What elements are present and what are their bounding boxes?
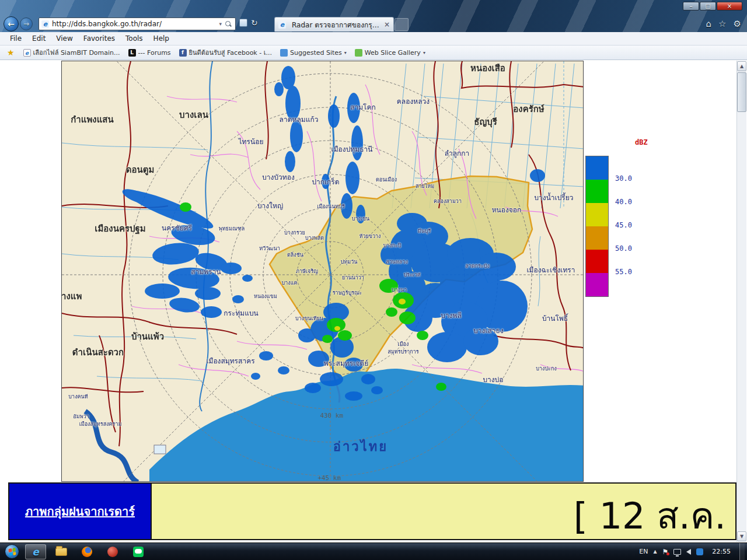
taskbar-firefox-button[interactable] [76,544,97,559]
add-favorite-star-icon[interactable]: ★ [4,48,18,57]
map-label: ยานนาวา [342,274,364,282]
favorite-web-slice-gallery[interactable]: Web Slice Gallery▾ [351,48,430,58]
map-label: สามพราน [191,266,221,277]
messenger-icon[interactable] [696,548,703,555]
map-label: บางพลี [441,310,461,321]
map-label: ลำลูกกา [445,148,470,159]
map-label: บางกรวย [284,229,305,237]
map-label: บางแพ [61,289,82,303]
legend-color-block [586,203,608,226]
taskbar-explorer-button[interactable] [51,544,72,559]
map-label: หนองแขม [254,292,277,300]
menu-favorites[interactable]: Favorites [78,34,120,43]
map-label: คลองหลวง [397,96,430,107]
show-desktop-button[interactable] [739,543,745,560]
tab-close-icon[interactable]: × [384,20,390,29]
clock[interactable]: 22:55 [708,548,734,555]
maximize-button[interactable]: □ [700,2,716,10]
tray-expand-icon[interactable]: ▲ [653,549,657,554]
map-label: หนองจอก [492,204,522,215]
taskbar-media-button[interactable] [102,544,123,559]
refresh-icon[interactable]: ↻ [251,18,258,27]
favorite-label: Web Slice Gallery [365,49,421,57]
banner-title: ภาพกลุ่มฝนจากเรดาร์ [25,502,135,521]
favorites-bar: ★ eเลือกไฟล์ SiamBIT Domain...L--- Forum… [0,46,747,60]
map-label: ลาดหลุมแก้ว [280,114,319,125]
legend-color-block [586,273,608,296]
firefox-icon [82,547,92,557]
suggested-icon [280,49,288,57]
page-favicon-icon: e [41,20,49,28]
map-label: ห้วยขวาง [359,232,381,240]
favorites-items: eเลือกไฟล์ SiamBIT Domain...L--- Forumsf… [19,46,430,59]
desktop-screen: – □ × ← → e ▾ ↻ e Radar ตรวจอากาศของกรุง… [0,0,747,560]
chevron-down-icon: ▾ [344,50,347,55]
map-label: พุทธมณฑล [219,225,245,233]
favorite-siambit-domain[interactable]: eเลือกไฟล์ SiamBIT Domain... [19,46,124,59]
map-label: บางนา [392,286,407,294]
map-label: บางพลัด [305,234,324,242]
banner-title-box: ภาพกลุ่มฝนจากเรดาร์ [9,484,152,539]
search-icon[interactable] [225,20,232,27]
map-label: เมืองสมุทรสาคร [206,355,254,366]
favorite-label: Suggested Sites [290,49,342,57]
banner-date: [ 12 ส.ค. [574,487,726,542]
map-label: เมืองสมุทรสงคราม [79,420,122,428]
taskbar-line-button[interactable] [128,544,149,559]
legend-title: dBZ [635,138,648,146]
menu-file[interactable]: File [5,34,27,43]
network-icon[interactable] [673,549,681,555]
media-app-icon [107,547,118,557]
favorite-label: --- Forums [138,49,171,57]
legend-color-block [586,226,608,250]
map-label: บ้านแพ้ว [131,330,164,344]
map-label: 430 km [320,412,343,419]
map-label: บางเลน [179,108,208,122]
map-label: ไทรน้อย [239,136,264,147]
back-button[interactable]: ← [4,16,19,32]
favorite-facebook[interactable]: fยินดีต้อนรับสู่ Facebook - เ... [175,46,276,59]
address-dropdown-icon[interactable]: ▾ [217,21,224,27]
tools-gear-icon[interactable]: ⚙ [734,18,741,30]
browser-tab[interactable]: e Radar ตรวจอากาศของกรุงเทพ... × [274,17,394,32]
favorites-icon[interactable]: ☆ [718,18,726,30]
action-center-flag-icon[interactable]: ⚑ [662,548,669,556]
dbz-legend: dBZ 30.040.045.050.055.0 [584,135,659,310]
favorite-suggested-sites[interactable]: Suggested Sites▾ [276,48,351,58]
menu-view[interactable]: View [51,34,78,43]
volume-icon[interactable] [686,549,691,555]
compatibility-view-icon[interactable] [239,19,247,27]
map-label: สวนหลวง [386,258,408,266]
browser-titlebar: – □ × ← → e ▾ ↻ e Radar ตรวจอากาศของกรุง… [0,0,747,32]
start-button[interactable] [5,544,19,559]
menu-help[interactable]: Help [148,34,174,43]
close-button[interactable]: × [717,2,742,10]
taskbar-ie-button[interactable]: e [25,544,46,559]
vertical-scrollbar[interactable]: ▲ ▼ [736,61,746,542]
map-label: บางบ่อ [483,374,503,385]
minimize-button[interactable]: – [683,2,699,10]
language-indicator[interactable]: EN [639,548,648,555]
map-labels: หนองเสือสามโคกคลองหลวงองครักษ์กำแพงแสนบา… [62,61,584,482]
scroll-down-icon[interactable]: ▼ [737,531,746,541]
map-label: สายไหม [416,182,434,190]
map-label: บางกะปิ [383,242,401,250]
address-bar[interactable]: e ▾ [39,18,236,30]
scroll-up-icon[interactable]: ▲ [737,61,746,71]
map-label: อ่าวไทย [333,436,388,457]
forward-button[interactable]: → [20,18,33,30]
new-tab-button[interactable] [395,18,409,31]
url-input[interactable] [52,20,217,28]
map-label: บางแค [282,279,298,287]
legend-tick-label: 40.0 [615,198,632,206]
home-icon[interactable]: ⌂ [706,18,712,30]
favorite-forums[interactable]: L--- Forums [124,48,175,58]
scrollbar-thumb[interactable] [737,72,746,112]
map-label: บางคนที [68,393,88,401]
map-label: ดอนตูม [126,163,155,177]
menu-tools[interactable]: Tools [120,34,148,43]
menu-edit[interactable]: Edit [27,34,51,43]
system-tray: EN ▲ ⚑ 22:55 [639,543,747,560]
map-label: ดำเนินสะดวก [72,345,124,359]
taskbar-apps: e [25,544,149,559]
